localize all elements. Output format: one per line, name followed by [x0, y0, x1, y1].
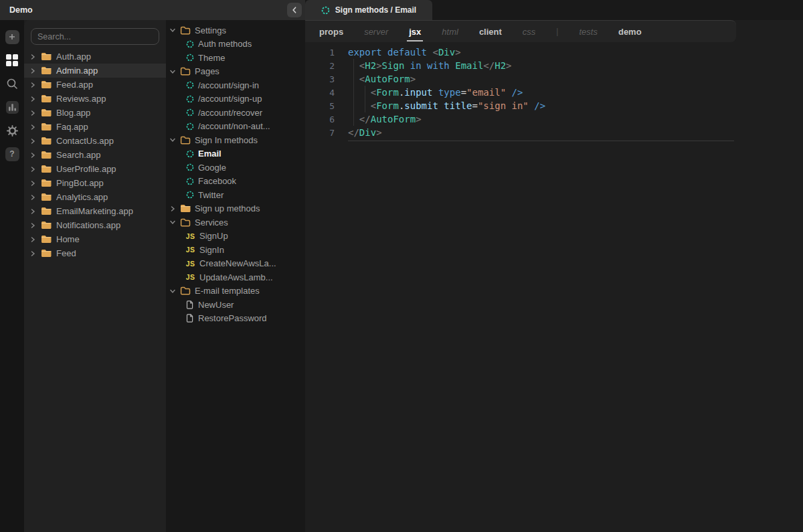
tree-item[interactable]: /account/sign-up — [166, 92, 305, 106]
tree-item[interactable]: JSSignIn — [166, 243, 305, 257]
component-icon — [185, 81, 194, 89]
editor-tab-props[interactable]: props — [319, 21, 343, 42]
tree-item[interactable]: Theme — [166, 51, 305, 65]
tree-item[interactable]: RestorePassword — [166, 312, 305, 326]
app-item[interactable]: Notifications.app — [24, 218, 166, 232]
editor-tab-client[interactable]: client — [479, 21, 502, 42]
chev-down-icon — [169, 137, 176, 143]
folder-closed-icon — [180, 204, 191, 213]
app-item[interactable]: PingBot.app — [24, 176, 166, 190]
folder-closed-icon — [41, 221, 52, 230]
tree-item-label: Services — [195, 217, 228, 228]
editor-tab-html[interactable]: html — [442, 21, 458, 42]
app-item[interactable]: Faq.app — [24, 120, 166, 134]
rail-settings-button[interactable] — [5, 123, 19, 138]
app-item-label: Blog.app — [56, 108, 90, 118]
tree-item[interactable]: Sign In methods — [166, 133, 305, 147]
app-item[interactable]: Blog.app — [24, 106, 166, 120]
tree-item[interactable]: Settings — [166, 23, 305, 37]
tree-item[interactable]: Services — [166, 215, 305, 230]
tree-item[interactable]: JSSignUp — [166, 230, 305, 244]
rail-apps-grid-button[interactable] — [5, 53, 19, 68]
folder-closed-icon — [41, 179, 52, 187]
app-item[interactable]: UserProfile.app — [24, 162, 166, 176]
component-icon — [185, 122, 194, 130]
indent-guide — [365, 86, 365, 112]
tree-item-label: RestorePassword — [198, 313, 267, 323]
tree-item[interactable]: Auth methods — [166, 37, 305, 52]
folder-open-icon — [180, 286, 191, 295]
app-item[interactable]: Analytics.app — [24, 190, 166, 204]
chevron-left-icon — [292, 7, 297, 13]
chev-right-icon — [29, 181, 36, 186]
code-line[interactable]: 3 <AutoForm> — [305, 72, 736, 86]
app-item[interactable]: Auth.app — [24, 50, 166, 64]
code-editor[interactable]: 1export default <Div>2 <H2>Sign in with … — [305, 46, 736, 139]
app-item[interactable]: EmailMarketing.app — [24, 204, 166, 218]
project-tree: SettingsAuth methodsThemePages/account/s… — [166, 20, 305, 532]
app-item[interactable]: Reviews.app — [24, 92, 166, 106]
folder-open-icon — [180, 218, 191, 227]
tree-item[interactable]: Pages — [166, 65, 305, 79]
tree-item-label: /account/sign-up — [198, 94, 262, 104]
app-item[interactable]: Feed.app — [24, 78, 166, 92]
code-line[interactable]: 4 <Form.input type="email" /> — [305, 86, 736, 99]
editor-tab-jsx[interactable]: jsx — [409, 21, 421, 42]
app-item-label: Analytics.app — [56, 192, 108, 202]
line-number: 1 — [305, 48, 335, 58]
folder-closed-icon — [41, 66, 52, 75]
tree-item-label: Twitter — [198, 190, 224, 200]
search-input[interactable] — [37, 32, 153, 41]
app-item[interactable]: Search.app — [24, 148, 166, 162]
tree-item[interactable]: NewUser — [166, 298, 305, 312]
tree-item[interactable]: E-mail templates — [166, 284, 305, 298]
rail-new-app-button[interactable] — [5, 29, 19, 44]
app-item-label: Notifications.app — [56, 220, 120, 230]
code-line[interactable]: 6 </AutoForm> — [305, 112, 736, 126]
tree-item[interactable]: /account/recover — [166, 106, 305, 120]
code-line[interactable]: 2 <H2>Sign in with Email</H2> — [305, 59, 736, 72]
folder-closed-icon — [41, 193, 52, 201]
app-item[interactable]: Feed — [24, 246, 166, 260]
search-box — [31, 28, 159, 45]
tree-item[interactable]: /account/non-aut... — [166, 120, 305, 134]
app-item[interactable]: Home — [24, 232, 166, 246]
chev-right-icon — [29, 96, 36, 102]
tree-item[interactable]: Sign up methods — [166, 202, 305, 216]
collapse-sidebar-button[interactable] — [287, 3, 302, 17]
tree-item[interactable]: JSUpdateAwsLamb... — [166, 270, 305, 284]
code-line[interactable]: 7</Div> — [305, 126, 736, 139]
open-file-tab[interactable]: Sign methods / Email — [305, 0, 432, 20]
titlebar: Demo — [0, 0, 305, 20]
chev-right-icon — [29, 82, 36, 88]
app-item[interactable]: Admin.app — [24, 64, 166, 78]
tree-item-label: CreateNewAwsLa... — [199, 258, 276, 268]
app-item[interactable]: ContactUs.app — [24, 134, 166, 148]
rail-help-button[interactable]: ? — [5, 147, 19, 161]
editor-tab-demo[interactable]: demo — [618, 21, 642, 42]
editor-tab-server[interactable]: server — [364, 21, 388, 42]
rail-analytics-button[interactable] — [5, 100, 19, 114]
component-icon — [185, 191, 194, 199]
tree-item[interactable]: Facebook — [166, 175, 305, 189]
code-line[interactable]: 1export default <Div> — [305, 46, 736, 59]
code-line[interactable]: 5 <Form.submit title="sign in" /> — [305, 99, 736, 112]
tab-separator: | — [556, 27, 558, 36]
indent-guide — [353, 59, 354, 126]
tree-item[interactable]: Twitter — [166, 188, 305, 202]
rail-search-button[interactable] — [5, 76, 19, 91]
tree-item[interactable]: Email — [166, 147, 305, 161]
gear-icon — [5, 124, 19, 137]
tree-item-label: Settings — [195, 25, 226, 35]
chev-down-icon — [169, 288, 176, 294]
editor-tab-css[interactable]: css — [523, 21, 536, 42]
tree-item-label: SignIn — [199, 245, 224, 255]
tree-item[interactable]: JSCreateNewAwsLa... — [166, 257, 305, 271]
grid-icon — [5, 54, 19, 66]
tree-item[interactable]: /account/sign-in — [166, 78, 305, 92]
tree-item[interactable]: Google — [166, 161, 305, 175]
editor-tab-tests[interactable]: tests — [579, 21, 597, 42]
chev-right-icon — [29, 54, 36, 60]
line-number: 7 — [305, 128, 335, 138]
app-item-label: EmailMarketing.app — [56, 206, 133, 216]
